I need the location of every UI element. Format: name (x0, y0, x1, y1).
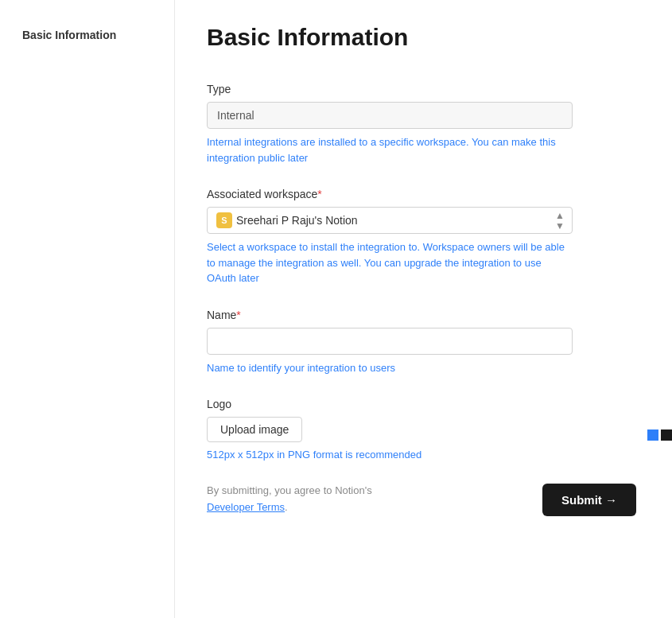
name-required-marker: * (236, 309, 240, 321)
corner-dec-1 (647, 429, 658, 441)
submit-button[interactable]: Submit → (542, 484, 636, 516)
sidebar-item-basic-information[interactable]: Basic Information (16, 24, 158, 46)
workspace-field-group: Associated workspace* S Sreehari P Raju'… (207, 188, 573, 286)
footer-text: By submitting, you agree to Notion's Dev… (207, 483, 372, 516)
workspace-select[interactable]: Sreehari P Raju's Notion (207, 207, 573, 234)
corner-decorations (647, 429, 672, 441)
logo-label: Logo (207, 398, 573, 410)
type-field-group: Type Internal integrations are installed… (207, 83, 573, 165)
name-input[interactable] (207, 328, 573, 355)
logo-field-group: Logo Upload image 512px x 512px in PNG f… (207, 398, 573, 461)
name-hint: Name to identify your integration to use… (207, 360, 573, 376)
form-section: Type Internal integrations are installed… (207, 83, 573, 461)
developer-terms-link[interactable]: Developer Terms (207, 501, 285, 513)
logo-hint: 512px x 512px in PNG format is recommend… (207, 449, 573, 461)
name-field-group: Name* Name to identify your integration … (207, 309, 573, 376)
corner-dec-2 (661, 429, 672, 441)
svg-rect-0 (647, 429, 658, 441)
workspace-select-wrapper: S Sreehari P Raju's Notion ▲ ▼ (207, 207, 573, 234)
type-input (207, 102, 573, 129)
footer-section: By submitting, you agree to Notion's Dev… (207, 483, 636, 516)
type-hint: Internal integrations are installed to a… (207, 134, 573, 165)
workspace-hint: Select a workspace to install the integr… (207, 239, 573, 286)
upload-image-button[interactable]: Upload image (207, 417, 302, 442)
workspace-label: Associated workspace* (207, 188, 573, 200)
sidebar: Basic Information (0, 0, 175, 618)
name-label: Name* (207, 309, 573, 321)
type-label: Type (207, 83, 573, 95)
main-content: Basic Information Type Internal integrat… (175, 0, 672, 618)
page-title: Basic Information (207, 24, 640, 51)
svg-rect-1 (661, 429, 672, 441)
workspace-required-marker: * (317, 188, 321, 200)
